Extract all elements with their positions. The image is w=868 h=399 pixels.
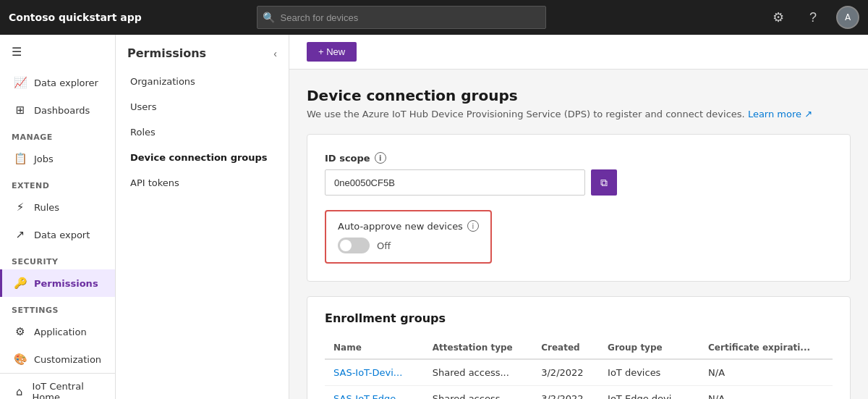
auto-approve-toggle[interactable] [338, 238, 370, 253]
dashboards-icon: ⊞ [14, 104, 27, 117]
id-scope-info-icon[interactable]: i [375, 152, 386, 164]
sidebar-item-label: Application [34, 327, 87, 337]
toggle-row: Off [338, 238, 479, 253]
midpanel-item-device-connection-groups[interactable]: Device connection groups [116, 145, 289, 170]
customization-icon: 🎨 [14, 353, 27, 366]
table-row: SAS-IoT-Devi... Shared access... 3/2/202… [325, 359, 833, 386]
middle-panel: Permissions ‹ Organizations Users Roles … [116, 35, 289, 399]
search-container: 🔍 [257, 6, 546, 29]
enrollment-groups-title: Enrollment groups [325, 311, 833, 325]
left-nav: ☰ 📈 Data explorer ⊞ Dashboards Manage 📋 … [0, 35, 116, 399]
cell-name: SAS-IoT-Edge... [325, 386, 424, 400]
sidebar-item-label: Jobs [34, 154, 54, 164]
permissions-icon: 🔑 [14, 277, 27, 290]
toolbar: + New [289, 35, 868, 70]
id-scope-row: ⧉ [325, 169, 833, 196]
sidebar-item-jobs[interactable]: 📋 Jobs [0, 145, 115, 172]
table-row: SAS-IoT-Edge... Shared access... 3/2/202… [325, 386, 833, 400]
table-header: Name Attestation type Created Group type… [325, 337, 833, 359]
main-content: + New Device connection groups We use th… [289, 35, 868, 399]
midpanel-title: Permissions [127, 46, 206, 60]
sidebar-item-label: Rules [34, 202, 59, 213]
search-input[interactable] [257, 6, 546, 29]
midpanel-header: Permissions ‹ [116, 35, 289, 69]
topbar-actions: ⚙ ? A [767, 6, 859, 29]
sidebar-item-label: Customization [34, 354, 101, 365]
sidebar-item-iot-central-home[interactable]: ⌂ IoT Central Home [0, 374, 115, 399]
app-title: Contoso quickstart app [9, 12, 142, 23]
sidebar-item-label: Data explorer [34, 77, 98, 88]
collapse-panel-button[interactable]: ‹ [273, 48, 277, 59]
cell-cert: N/A [699, 386, 833, 400]
col-header-attestation: Attestation type [424, 337, 532, 359]
toggle-slider [338, 238, 370, 253]
topbar: Contoso quickstart app 🔍 ⚙ ? A [0, 0, 868, 35]
sidebar-item-application[interactable]: ⚙ Application [0, 318, 115, 345]
cell-group-type: IoT devices [599, 359, 699, 386]
id-scope-card: ID scope i ⧉ Auto-approve new devices i [307, 134, 851, 282]
jobs-icon: 📋 [14, 152, 27, 165]
cell-created: 3/2/2022 [532, 359, 599, 386]
sidebar-item-permissions[interactable]: 🔑 Permissions [0, 269, 115, 297]
sidebar-item-label: IoT Central Home [33, 381, 103, 399]
learn-more-link[interactable]: Learn more ↗ [748, 109, 812, 119]
sidebar-item-data-export[interactable]: ↗ Data export [0, 221, 115, 248]
application-icon: ⚙ [14, 325, 27, 338]
col-header-name: Name [325, 337, 424, 359]
table-body: SAS-IoT-Devi... Shared access... 3/2/202… [325, 359, 833, 399]
copy-icon: ⧉ [600, 177, 608, 189]
nav-section-settings: Settings [0, 297, 115, 318]
avatar[interactable]: A [836, 6, 859, 29]
page-title: Device connection groups [307, 87, 851, 104]
sidebar-item-label: Data export [34, 230, 90, 240]
midpanel-item-users[interactable]: Users [116, 94, 289, 119]
cell-name: SAS-IoT-Devi... [325, 359, 424, 386]
cell-cert: N/A [699, 359, 833, 386]
sidebar-item-dashboards[interactable]: ⊞ Dashboards [0, 96, 115, 124]
nav-section-security: Security [0, 248, 115, 269]
cell-attestation: Shared access... [424, 386, 532, 400]
row-name-link[interactable]: SAS-IoT-Edge... [333, 393, 405, 399]
home-icon: ⌂ [14, 385, 25, 398]
auto-approve-info-icon[interactable]: i [467, 220, 479, 232]
id-scope-label: ID scope i [325, 152, 833, 164]
col-header-created: Created [532, 337, 599, 359]
settings-button[interactable]: ⚙ [767, 6, 790, 29]
id-scope-input[interactable] [325, 169, 585, 196]
auto-approve-label: Auto-approve new devices i [338, 220, 479, 232]
toggle-off-label: Off [377, 240, 391, 251]
cell-group-type: IoT Edge devi... [599, 386, 699, 400]
midpanel-item-api-tokens[interactable]: API tokens [116, 170, 289, 196]
midpanel-item-roles[interactable]: Roles [116, 119, 289, 145]
copy-button[interactable]: ⧉ [591, 169, 617, 196]
nav-section-extend: Extend [0, 172, 115, 193]
col-header-group-type: Group type [599, 337, 699, 359]
hamburger-button[interactable]: ☰ [0, 35, 115, 69]
auto-approve-box: Auto-approve new devices i Off [325, 210, 492, 264]
sidebar-item-rules[interactable]: ⚡ Rules [0, 193, 115, 221]
sidebar-item-label: Permissions [34, 278, 98, 289]
new-button[interactable]: + New [307, 42, 357, 62]
data-explorer-icon: 📈 [14, 76, 27, 89]
cell-attestation: Shared access... [424, 359, 532, 386]
search-icon: 🔍 [263, 12, 275, 23]
nav-section-manage: Manage [0, 124, 115, 145]
rules-icon: ⚡ [14, 201, 27, 214]
page-subtitle: We use the Azure IoT Hub Device Provisio… [307, 109, 851, 119]
row-name-link[interactable]: SAS-IoT-Devi... [333, 367, 402, 378]
cell-created: 3/2/2022 [532, 386, 599, 400]
sidebar-item-label: Dashboards [34, 105, 90, 116]
midpanel-item-organizations[interactable]: Organizations [116, 69, 289, 94]
sidebar-item-data-explorer[interactable]: 📈 Data explorer [0, 69, 115, 96]
nav-bottom: ⌂ IoT Central Home [0, 373, 115, 399]
sidebar-item-customization[interactable]: 🎨 Customization [0, 345, 115, 373]
enrollment-table: Name Attestation type Created Group type… [325, 337, 833, 399]
data-export-icon: ↗ [14, 228, 27, 241]
enrollment-groups-card: Enrollment groups Name Attestation type … [307, 296, 851, 399]
col-header-cert: Certificate expirati... [699, 337, 833, 359]
help-button[interactable]: ? [801, 6, 825, 29]
content-area: Device connection groups We use the Azur… [289, 70, 868, 399]
